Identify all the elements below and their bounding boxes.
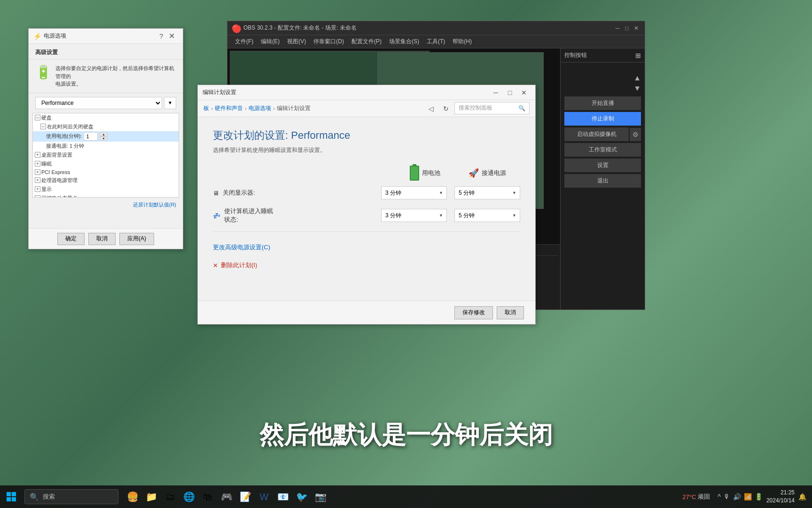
- display-battery-select-wrapper[interactable]: 3 分钟 1 分钟 5 分钟 10 分钟 从不: [381, 186, 447, 199]
- obs-menu-dock[interactable]: 停靠窗口(D): [310, 36, 348, 48]
- obs-control-panel-title: 控制按钮 ⊞: [561, 48, 645, 63]
- systray-mic-icon[interactable]: 🎙: [724, 493, 730, 500]
- breadcrumb-power-options[interactable]: 电源选项: [249, 104, 271, 112]
- edit-plan-minimize-btn[interactable]: ─: [489, 86, 502, 99]
- taskbar-app-files[interactable]: 🗂: [162, 488, 179, 505]
- tree-expand-processor[interactable]: +: [35, 177, 40, 183]
- delete-plan-link[interactable]: ✕ 删除此计划(I): [213, 261, 520, 270]
- tree-item-switchable-gpu: + 可切换动态显卡: [33, 194, 179, 198]
- taskbar-app-word[interactable]: W: [256, 488, 273, 505]
- taskbar-app-steam[interactable]: 🎮: [218, 488, 235, 505]
- taskbar-app-folder[interactable]: 📁: [143, 488, 160, 505]
- obs-minimize-btn[interactable]: ─: [614, 24, 621, 32]
- obs-virtual-camera-btn[interactable]: 启动虚拟摄像机: [564, 127, 629, 141]
- svg-rect-3: [12, 497, 16, 501]
- tree-expand-desktop-bg[interactable]: +: [35, 152, 40, 158]
- sleep-plugged-select-wrapper[interactable]: 5 分钟 1 分钟 3 分钟 10 分钟 从不: [454, 209, 520, 222]
- display-plugged-select[interactable]: 5 分钟 1 分钟 3 分钟 10 分钟 从不: [454, 186, 520, 199]
- obs-menu-view[interactable]: 视图(V): [283, 36, 310, 48]
- tree-expand-sleep[interactable]: +: [35, 161, 40, 167]
- svg-rect-0: [7, 492, 11, 496]
- edit-plan-window: 编辑计划设置 ─ □ ✕ 板 › 硬件和声音 › 电源选项 › 编辑计划设置 ◁…: [197, 85, 536, 325]
- edit-plan-close-btn[interactable]: ✕: [517, 86, 531, 99]
- obs-control-panel: 控制按钮 ⊞ ▲ ▼ 开始直播 停止录制 启动虚拟摄像机 ⚙ 工作室模式: [560, 48, 645, 310]
- taskbar-app-notes[interactable]: 📝: [237, 488, 254, 505]
- power-options-dialog: ⚡ 电源选项 ? ✕ 高级设置 🔋 选择你要自定义的电源计划，然后选择你希望计算…: [28, 28, 183, 249]
- taskbar-app-hamburger[interactable]: 🍔: [124, 488, 141, 505]
- breadcrumb-search-box[interactable]: 搜索控制面板 🔍: [454, 102, 530, 114]
- restore-defaults-btn[interactable]: 还原计划默认值(R): [133, 201, 176, 208]
- tree-expand-disk[interactable]: ─: [35, 115, 40, 120]
- obs-scroll-up[interactable]: ▲: [633, 74, 641, 82]
- breadcrumb-actions: ◁ ↻ 搜索控制面板 🔍: [424, 102, 530, 115]
- cancel-plan-btn[interactable]: 取消: [497, 306, 524, 319]
- systray-notification-icon[interactable]: 🔔: [798, 493, 806, 500]
- obs-menu-profile[interactable]: 配置文件(P): [348, 36, 385, 48]
- taskbar-app-email[interactable]: 📧: [274, 488, 291, 505]
- obs-menu-file[interactable]: 文件(F): [231, 36, 257, 48]
- battery-minutes-input[interactable]: [84, 132, 98, 141]
- power-cancel-btn[interactable]: 取消: [88, 233, 116, 245]
- systray-expand-icon[interactable]: ^: [718, 493, 721, 500]
- breadcrumb-prev-btn[interactable]: ◁: [424, 102, 437, 115]
- taskbar-app-camera[interactable]: 📷: [312, 488, 329, 505]
- advanced-power-settings-link[interactable]: 更改高级电源设置(C): [213, 243, 270, 252]
- power-plan-dropdown-arrow[interactable]: ▼: [164, 97, 176, 109]
- sleep-battery-select-wrapper[interactable]: 3 分钟 1 分钟 5 分钟 10 分钟 从不: [381, 209, 447, 222]
- sleep-battery-select[interactable]: 3 分钟 1 分钟 5 分钟 10 分钟 从不: [381, 209, 447, 222]
- start-button[interactable]: [2, 487, 21, 506]
- taskbar-search-box[interactable]: 🔍 搜索: [24, 489, 118, 504]
- edit-plan-maximize-btn[interactable]: □: [503, 86, 516, 99]
- obs-menu-tools[interactable]: 工具(T): [423, 36, 449, 48]
- power-apply-btn[interactable]: 应用(A): [119, 233, 154, 245]
- obs-start-stream-btn[interactable]: 开始直播: [564, 96, 641, 110]
- obs-menu-scene-collection[interactable]: 场景集合(S): [385, 36, 423, 48]
- taskbar-weather[interactable]: 27°C 顽固: [679, 491, 714, 503]
- save-changes-btn[interactable]: 保存修改: [454, 306, 493, 319]
- breadcrumb-board[interactable]: 板: [203, 104, 209, 112]
- taskbar-app-store[interactable]: 🛍: [199, 488, 216, 505]
- obs-settings-btn[interactable]: 设置: [564, 159, 641, 172]
- power-ok-btn[interactable]: 确定: [57, 233, 85, 245]
- obs-title: OBS 30.2.3 - 配置文件: 未命名 - 场景: 未命名: [243, 24, 614, 32]
- systray-speaker-icon[interactable]: 🔊: [733, 493, 741, 500]
- power-dialog-help-btn[interactable]: ?: [159, 32, 163, 40]
- taskbar-app-social[interactable]: 🐦: [293, 488, 310, 505]
- breadcrumb-bar: 板 › 硬件和声音 › 电源选项 › 编辑计划设置 ◁ ↻ 搜索控制面板 🔍: [198, 100, 535, 117]
- breadcrumb-hardware[interactable]: 硬件和声音: [215, 104, 243, 112]
- turn-off-display-label: 🖥 关闭显示器:: [213, 189, 279, 197]
- tree-expand-shutdown[interactable]: ─: [40, 124, 46, 129]
- obs-exit-btn[interactable]: 退出: [564, 174, 641, 188]
- obs-stop-record-btn[interactable]: 停止录制: [564, 112, 641, 126]
- obs-scroll-down[interactable]: ▼: [633, 84, 641, 93]
- tree-item-shutdown-after: ─ 在此时间后关闭硬盘: [33, 122, 179, 131]
- power-plan-dropdown: Performance 节能 高性能 ▼: [35, 97, 176, 109]
- display-plugged-select-wrapper[interactable]: 5 分钟 1 分钟 3 分钟 10 分钟 从不: [454, 186, 520, 199]
- sleep-plugged-select[interactable]: 5 分钟 1 分钟 3 分钟 10 分钟 从不: [454, 209, 520, 222]
- systray-battery-icon[interactable]: 🔋: [755, 493, 763, 500]
- taskbar-app-edge[interactable]: 🌐: [180, 488, 197, 505]
- breadcrumb-refresh-btn[interactable]: ↻: [439, 102, 453, 115]
- tree-expand-display[interactable]: +: [35, 186, 40, 192]
- obs-menu-edit[interactable]: 编辑(E): [257, 36, 283, 48]
- battery-icon: [410, 166, 419, 181]
- power-dialog-close-btn[interactable]: ✕: [165, 30, 178, 43]
- battery-minutes-up[interactable]: ▲: [100, 132, 107, 136]
- power-dialog-title: 电源选项: [44, 32, 159, 40]
- tree-expand-pci[interactable]: +: [35, 169, 40, 175]
- battery-minutes-down[interactable]: ▼: [100, 136, 107, 141]
- obs-virtual-camera-settings-btn[interactable]: ⚙: [630, 128, 641, 141]
- taskbar: 🔍 搜索 🍔 📁 🗂 🌐 🛍 🎮 📝 W 📧 🐦: [0, 485, 812, 508]
- obs-menu-help[interactable]: 帮助(H): [449, 36, 476, 48]
- breadcrumb-current: 编辑计划设置: [277, 104, 311, 112]
- edit-plan-title: 编辑计划设置: [203, 88, 489, 96]
- display-battery-select[interactable]: 3 分钟 1 分钟 5 分钟 10 分钟 从不: [381, 186, 447, 199]
- tree-expand-gpu[interactable]: +: [35, 195, 40, 198]
- power-plan-select[interactable]: Performance 节能 高性能: [35, 97, 162, 109]
- systray-wifi-icon[interactable]: 📶: [744, 493, 752, 500]
- obs-maximize-btn[interactable]: □: [623, 24, 631, 32]
- obs-close-btn[interactable]: ✕: [632, 24, 640, 32]
- edit-plan-content: 更改计划的设置: Performance 选择希望计算机使用的睡眠设置和显示设置…: [198, 117, 535, 281]
- obs-studio-mode-btn[interactable]: 工作室模式: [564, 143, 641, 157]
- taskbar-clock[interactable]: 21:25 2024/10/14: [766, 489, 795, 505]
